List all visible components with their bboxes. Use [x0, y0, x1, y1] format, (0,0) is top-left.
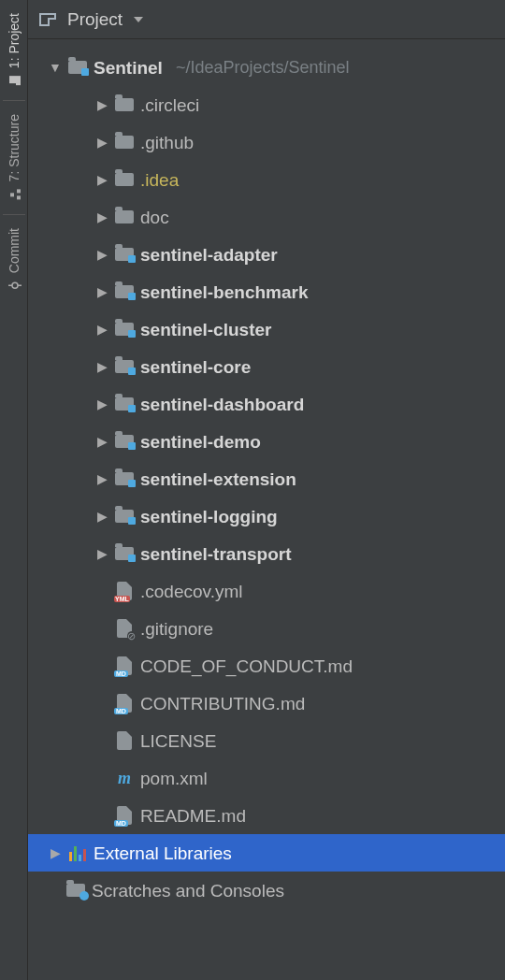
expand-arrow-icon[interactable]: ▶	[95, 98, 108, 111]
node-label: sentinel-logging	[140, 508, 278, 526]
module-folder-icon	[114, 431, 135, 452]
tree-node[interactable]: ▶README.md	[28, 797, 505, 834]
sidebar-tab-commit[interactable]: Commit	[5, 219, 23, 301]
module-folder-icon	[114, 543, 135, 564]
node-label: doc	[140, 209, 169, 226]
ign-file-icon	[114, 618, 135, 639]
module-folder-icon	[114, 356, 135, 377]
folder-icon	[114, 207, 135, 227]
node-label: sentinel-benchmark	[140, 283, 309, 301]
tool-window-tabstrip: 1: Project 7: Structure Commit	[0, 0, 28, 980]
tree-node[interactable]: ▶sentinel-cluster	[28, 310, 505, 348]
node-label: External Libraries	[94, 844, 232, 862]
module-folder-icon	[114, 468, 135, 489]
md-file-icon	[114, 805, 135, 826]
expand-arrow-icon[interactable]: ▶	[95, 248, 108, 261]
svg-rect-3	[17, 190, 21, 194]
project-panel: Project ▼ Sentinel ~/IdeaProjects/Sentin…	[28, 0, 505, 980]
expand-arrow-icon[interactable]: ▶	[95, 435, 108, 448]
svg-rect-0	[9, 76, 21, 83]
node-label: .codecov.yml	[140, 583, 242, 600]
module-folder-icon	[114, 319, 135, 339]
node-label: sentinel-extension	[140, 470, 296, 488]
tree-node[interactable]: ▶sentinel-core	[28, 348, 505, 385]
folder-icon	[114, 132, 135, 152]
folder-icon	[114, 94, 135, 115]
chevron-down-icon[interactable]	[134, 17, 143, 22]
sidebar-tab-project[interactable]: 1: Project	[5, 4, 23, 96]
module-folder-icon	[67, 57, 88, 78]
tree-node[interactable]: ▶sentinel-extension	[28, 460, 505, 497]
expand-arrow-icon[interactable]: ▼	[49, 61, 62, 74]
expand-arrow-icon[interactable]: ▶	[95, 210, 108, 223]
project-tree[interactable]: ▼ Sentinel ~/IdeaProjects/Sentinel ▶.cir…	[28, 39, 505, 980]
node-label: sentinel-demo	[140, 433, 261, 451]
folder-icon	[7, 74, 21, 87]
separator	[3, 214, 25, 215]
node-label: .github	[140, 134, 194, 151]
folder-icon	[114, 169, 135, 190]
expand-arrow-icon[interactable]: ▶	[95, 547, 108, 560]
view-selector[interactable]: Project	[67, 9, 123, 30]
module-folder-icon	[114, 281, 135, 302]
scratches-icon	[65, 880, 86, 901]
md-file-icon	[114, 693, 135, 713]
tree-node[interactable]: ▶.codecov.yml	[28, 572, 505, 610]
tree-node[interactable]: ▶LICENSE	[28, 722, 505, 759]
tree-node[interactable]: ▶sentinel-logging	[28, 497, 505, 535]
tree-node[interactable]: ▶.idea	[28, 161, 505, 198]
svg-rect-2	[17, 196, 21, 200]
yml-file-icon	[114, 581, 135, 601]
node-label: .gitignore	[140, 620, 213, 638]
expand-arrow-icon[interactable]: ▶	[95, 173, 108, 186]
expand-arrow-icon[interactable]: ▶	[49, 846, 62, 859]
external-libraries-icon	[67, 843, 88, 863]
svg-rect-4	[10, 194, 14, 197]
expand-arrow-icon[interactable]: ▶	[95, 510, 108, 523]
module-folder-icon	[114, 394, 135, 414]
sidebar-tab-label: 1: Project	[7, 13, 22, 68]
tree-node[interactable]: ▶.circleci	[28, 86, 505, 123]
commit-icon	[7, 279, 21, 292]
expand-arrow-icon[interactable]: ▶	[95, 323, 108, 336]
expand-arrow-icon[interactable]: ▶	[95, 360, 108, 373]
separator	[3, 100, 25, 101]
svg-point-5	[12, 282, 18, 288]
panel-header: Project	[28, 0, 505, 39]
tree-node[interactable]: ▶sentinel-demo	[28, 423, 505, 460]
tree-node[interactable]: ▶doc	[28, 198, 505, 236]
expand-arrow-icon[interactable]: ▶	[95, 472, 108, 485]
sidebar-tab-label: Commit	[7, 228, 22, 273]
tree-node[interactable]: ▶mpom.xml	[28, 759, 505, 797]
node-label: README.md	[140, 807, 246, 825]
tree-node[interactable]: ▶sentinel-adapter	[28, 236, 505, 273]
sidebar-tab-label: 7: Structure	[7, 114, 22, 181]
svg-rect-1	[16, 82, 21, 85]
node-label: CODE_OF_CONDUCT.md	[140, 657, 353, 675]
node-label: .idea	[140, 171, 179, 189]
txt-file-icon	[114, 730, 135, 751]
node-label: pom.xml	[140, 770, 208, 787]
tree-node[interactable]: ▶sentinel-benchmark	[28, 273, 505, 310]
tree-node[interactable]: ▶.github	[28, 123, 505, 161]
module-folder-icon	[114, 506, 135, 526]
expand-arrow-icon[interactable]: ▶	[95, 136, 108, 149]
tree-root[interactable]: ▼ Sentinel ~/IdeaProjects/Sentinel	[28, 49, 505, 86]
expand-arrow-icon[interactable]: ▶	[95, 285, 108, 298]
tree-node[interactable]: ▶sentinel-dashboard	[28, 385, 505, 423]
node-label: .circleci	[140, 96, 199, 114]
structure-icon	[7, 188, 21, 201]
tree-node[interactable]: ▶CODE_OF_CONDUCT.md	[28, 647, 505, 685]
node-label: sentinel-adapter	[140, 246, 278, 264]
node-label: CONTRIBUTING.md	[140, 695, 305, 713]
scratches-and-consoles[interactable]: Scratches and Consoles	[28, 872, 505, 909]
expand-arrow-icon[interactable]: ▶	[95, 397, 108, 411]
tree-node[interactable]: ▶.gitignore	[28, 610, 505, 647]
tree-node[interactable]: ▶CONTRIBUTING.md	[28, 685, 505, 722]
node-label: Scratches and Consoles	[92, 882, 284, 900]
external-libraries[interactable]: ▶ External Libraries	[28, 834, 505, 872]
node-label: LICENSE	[140, 732, 216, 750]
sidebar-tab-structure[interactable]: 7: Structure	[5, 105, 23, 209]
maven-icon: m	[114, 768, 135, 788]
tree-node[interactable]: ▶sentinel-transport	[28, 535, 505, 572]
